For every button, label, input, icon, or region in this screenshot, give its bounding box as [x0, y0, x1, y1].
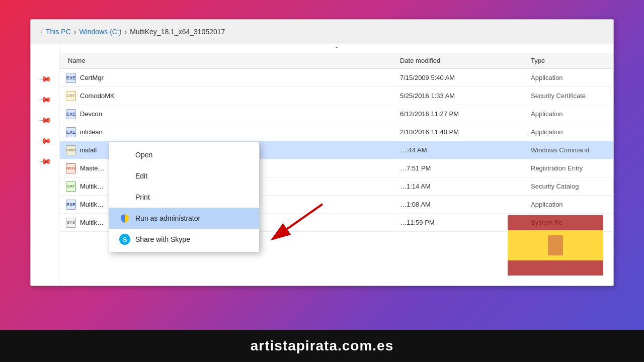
file-name-cell: EXE CertMgr — [60, 70, 392, 85]
file-date: …11:59 PM — [392, 216, 523, 229]
breadcrumb-folder: MultiKey_18.1_x64_31052017 — [130, 28, 225, 36]
menu-item-edit[interactable]: Edit — [109, 165, 259, 187]
spanish-flag-overlay — [508, 215, 603, 276]
file-icon: SYS — [66, 218, 76, 228]
file-icon: EXE — [66, 127, 76, 137]
file-name-cell: EXE Devcon — [60, 107, 392, 122]
watermark-bar: artistapirata.com.es — [0, 330, 644, 362]
file-date: 2/10/2016 11:40 PM — [392, 126, 523, 138]
table-header: Name Date modified Type — [60, 53, 613, 69]
breadcrumb-sep1: › — [74, 28, 76, 36]
table-row[interactable]: EXE infclean 2/10/2016 11:40 PM Applicat… — [60, 123, 613, 141]
breadcrumb-sep2: › — [124, 28, 127, 36]
file-type: Security Catalog — [523, 180, 613, 193]
col-header-type: Type — [523, 53, 613, 68]
file-date: 5/25/2016 1:33 AM — [392, 89, 523, 102]
file-date: 7/15/2009 5:40 AM — [392, 71, 523, 84]
file-name-cell: EXE infclean — [60, 125, 392, 140]
shield-icon — [119, 213, 130, 224]
pin-icon-3[interactable]: 📌 — [38, 114, 52, 128]
file-icon: EXE — [66, 109, 76, 119]
context-menu: Open Edit Print — [109, 142, 260, 252]
menu-item-open[interactable]: Open — [109, 144, 259, 165]
table-row[interactable]: EXE CertMgr 7/15/2009 5:40 AM Applicatio… — [60, 69, 613, 87]
table-row[interactable]: EXE Devcon 6/12/2016 11:27 PM Applicatio… — [60, 105, 613, 123]
file-icon: CMD — [66, 145, 76, 155]
sidebar-pins: 📌 📌 📌 📌 📌 — [31, 44, 60, 286]
file-icon: REG — [66, 163, 76, 173]
file-type: Application — [523, 108, 613, 120]
menu-icon-edit — [119, 170, 130, 182]
menu-item-run-as-admin[interactable]: Run as administrator — [109, 208, 259, 229]
watermark-text: artistapirata.com.es — [251, 338, 394, 353]
file-date: …1:08 AM — [392, 198, 523, 211]
pin-icon-1[interactable]: 📌 — [38, 72, 52, 86]
file-type: Security Certificate — [523, 89, 613, 102]
col-header-name: Name — [60, 53, 392, 68]
file-icon: EXE — [66, 73, 76, 83]
file-icon: CAT — [66, 182, 76, 192]
pin-icon-4[interactable]: 📌 — [38, 134, 52, 148]
file-name-cell: CRT ComodoMK — [60, 88, 392, 104]
file-date: …:44 AM — [392, 144, 523, 156]
pin-icon-5[interactable]: 📌 — [38, 155, 52, 169]
pin-icon-2[interactable]: 📌 — [38, 93, 52, 107]
file-date: …7:51 PM — [392, 162, 523, 174]
skype-icon: S — [119, 234, 130, 245]
file-date: 6/12/2016 11:27 PM — [392, 108, 523, 120]
breadcrumb-windowsc[interactable]: Windows (C:) — [79, 28, 121, 36]
file-icon: CRT — [66, 91, 76, 101]
file-date: …1:14 AM — [392, 180, 523, 193]
menu-icon-print — [119, 192, 130, 203]
menu-icon-open — [119, 149, 130, 160]
file-type: Application — [523, 126, 613, 138]
table-row[interactable]: CRT ComodoMK 5/25/2016 1:33 AM Security … — [60, 87, 613, 105]
file-type: Application — [523, 71, 613, 84]
breadcrumb-thispc[interactable]: This PC — [46, 28, 71, 36]
file-type: Registration Entry — [523, 162, 613, 174]
breadcrumb: › This PC › Windows (C:) › MultiKey_18.1… — [31, 20, 613, 44]
col-header-date: Date modified — [392, 53, 523, 68]
menu-item-share-skype[interactable]: S Share with Skype — [109, 229, 259, 250]
file-type: Windows Command — [523, 144, 613, 156]
sort-arrow: ⌃ — [60, 44, 613, 53]
menu-item-print[interactable]: Print — [109, 187, 259, 208]
file-icon: EXE — [66, 200, 76, 210]
file-type: Application — [523, 198, 613, 211]
breadcrumb-chevron: › — [41, 28, 43, 35]
